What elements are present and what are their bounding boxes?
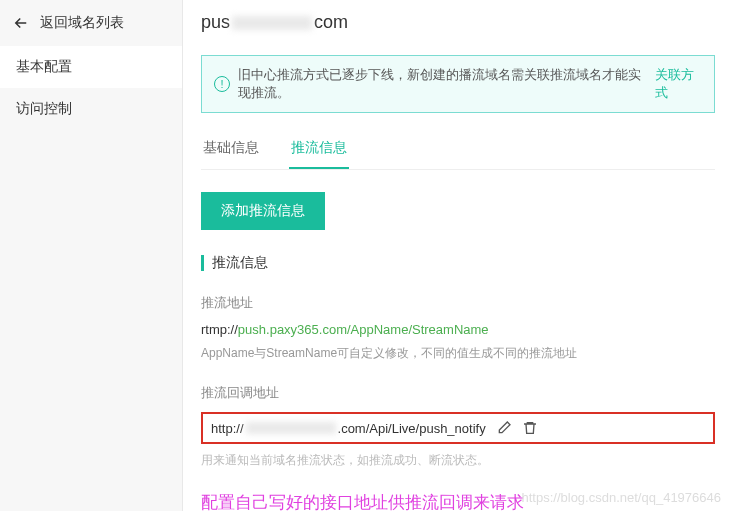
- redacted-domain: [232, 16, 312, 30]
- domain-suffix: com: [314, 12, 348, 32]
- info-icon: !: [214, 76, 230, 92]
- back-link[interactable]: 返回域名列表: [0, 0, 182, 46]
- watermark: https://blog.csdn.net/qq_41976646: [522, 490, 722, 505]
- push-address-value: rtmp://push.paxy365.com/AppName/StreamNa…: [201, 322, 715, 337]
- rtmp-url: push.paxy365.com/AppName/StreamName: [238, 322, 489, 337]
- callback-box: http://.com/Api/Live/push_notify: [201, 412, 715, 444]
- tab-basic-info[interactable]: 基础信息: [201, 129, 261, 169]
- delete-icon[interactable]: [522, 420, 538, 436]
- page-title: puscom: [201, 0, 715, 45]
- sidebar: 返回域名列表 基本配置 访问控制: [0, 0, 183, 511]
- rtmp-proto: rtmp://: [201, 322, 238, 337]
- arrow-left-icon: [12, 14, 30, 32]
- sidebar-item-basic[interactable]: 基本配置: [0, 46, 182, 88]
- tab-push-info[interactable]: 推流信息: [289, 129, 349, 169]
- callback-label: 推流回调地址: [201, 384, 715, 402]
- edit-icon[interactable]: [496, 420, 512, 436]
- push-address-label: 推流地址: [201, 294, 715, 312]
- add-push-button[interactable]: 添加推流信息: [201, 192, 325, 230]
- push-address-help: AppName与StreamName可自定义修改，不同的值生成不同的推流地址: [201, 345, 715, 362]
- tabs: 基础信息 推流信息: [201, 129, 715, 170]
- back-label: 返回域名列表: [40, 14, 124, 32]
- section-title: 推流信息: [201, 254, 715, 272]
- callback-url: http://.com/Api/Live/push_notify: [211, 421, 486, 436]
- domain-prefix: pus: [201, 12, 230, 32]
- sidebar-item-access[interactable]: 访问控制: [0, 88, 182, 130]
- notice-banner: ! 旧中心推流方式已逐步下线，新创建的播流域名需关联推流域名才能实现推流。 关联…: [201, 55, 715, 113]
- notice-text: 旧中心推流方式已逐步下线，新创建的播流域名需关联推流域名才能实现推流。: [238, 66, 647, 102]
- main-content: puscom ! 旧中心推流方式已逐步下线，新创建的播流域名需关联推流域名才能实…: [183, 0, 733, 511]
- notice-link[interactable]: 关联方式: [655, 66, 702, 102]
- callback-help: 用来通知当前域名推流状态，如推流成功、断流状态。: [201, 452, 715, 469]
- redacted-host: [246, 422, 336, 434]
